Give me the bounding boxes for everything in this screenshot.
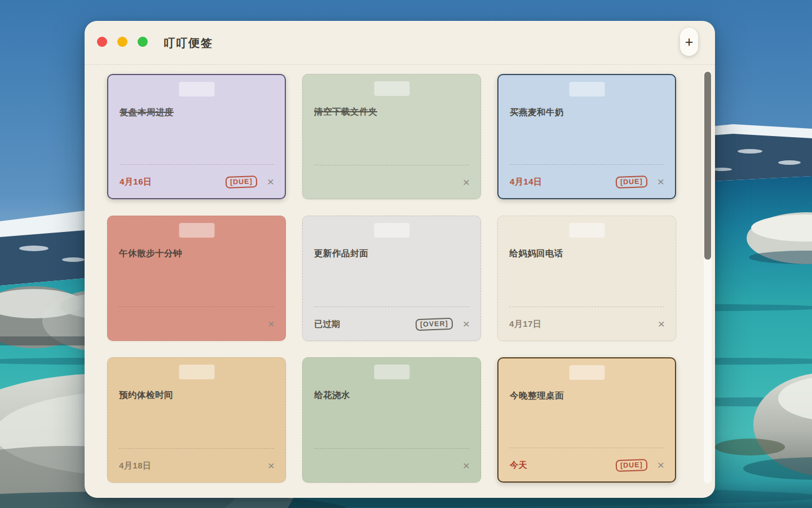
note-card[interactable]: 给妈妈回电话 4月17日 × [497, 216, 676, 341]
note-close-button[interactable]: × [264, 176, 277, 187]
note-title: 今晚整理桌面 [510, 390, 664, 402]
note-badge: [DUE] [616, 176, 647, 189]
note-title: 买燕麦和牛奶 [510, 107, 664, 119]
tape-decoration [374, 81, 409, 96]
note-date: 4月18日 [119, 461, 152, 471]
note-title: 给妈妈回电话 [509, 248, 664, 260]
note-footer: 4月16日 [DUE] × [120, 173, 277, 190]
note-card[interactable]: 买燕麦和牛奶 4月14日 [DUE] × [497, 74, 676, 199]
scrollbar-track[interactable] [704, 71, 712, 483]
minimize-button[interactable] [117, 37, 127, 47]
note-divider [119, 448, 274, 449]
note-divider [120, 164, 273, 165]
note-card[interactable]: 给花浇水 × [302, 357, 481, 483]
note-title: 午休散步十分钟 [119, 248, 274, 260]
note-date: 4月14日 [510, 177, 542, 187]
note-close-button[interactable]: × [265, 318, 277, 330]
zoom-button[interactable] [138, 37, 148, 47]
note-close-button[interactable]: × [265, 460, 277, 471]
tape-decoration [179, 82, 214, 97]
note-card[interactable]: 更新作品封面 已过期 [OVER] × [302, 216, 481, 341]
note-title: 清空下载文件夹 [314, 106, 469, 118]
note-divider [119, 306, 274, 307]
note-close-button[interactable]: × [460, 318, 473, 330]
scrollbar-thumb[interactable] [704, 72, 711, 260]
note-title: 更新作品封面 [314, 248, 469, 260]
note-close-button[interactable]: × [460, 460, 473, 471]
close-button[interactable] [97, 37, 107, 47]
note-footer: 今天 [DUE] × [510, 457, 667, 474]
note-close-button[interactable]: × [655, 318, 668, 330]
tape-decoration [569, 365, 604, 380]
note-close-button[interactable]: × [655, 459, 667, 471]
window-title: 叮叮便签 [164, 21, 213, 65]
note-badge: [OVER] [416, 317, 453, 330]
tape-decoration [569, 82, 604, 97]
note-footer: 4月14日 [DUE] × [510, 173, 667, 190]
note-footer: 已过期 [OVER] × [314, 316, 473, 332]
note-card[interactable]: 午休散步十分钟 × [107, 216, 286, 341]
note-card[interactable]: 预约体检时间 4月18日 × [107, 357, 286, 483]
note-footer: × [314, 174, 473, 191]
note-divider [314, 448, 469, 449]
note-footer: × [314, 457, 473, 474]
tape-decoration [374, 223, 409, 238]
note-footer: 4月17日 × [509, 316, 668, 332]
titlebar: 叮叮便签 + [85, 21, 715, 65]
traffic-lights [97, 37, 148, 47]
note-close-button[interactable]: × [460, 177, 473, 188]
note-title: 给花浇水 [314, 389, 469, 401]
tape-decoration [179, 223, 214, 238]
note-divider [314, 306, 469, 307]
note-card[interactable]: 今晚整理桌面 今天 [DUE] × [497, 357, 676, 483]
note-title: 预约体检时间 [119, 389, 274, 401]
note-badge: [DUE] [226, 176, 257, 189]
notes-grid: 复盘本周进度 4月16日 [DUE] × 清空下载文件夹 × 买燕麦和牛奶 4月… [107, 74, 675, 483]
tape-decoration [374, 365, 409, 379]
note-card[interactable]: 清空下载文件夹 × [302, 74, 481, 199]
note-date: 4月17日 [509, 319, 542, 330]
add-note-button[interactable]: + [680, 28, 698, 56]
note-date: 今天 [510, 460, 527, 471]
note-card[interactable]: 复盘本周进度 4月16日 [DUE] × [107, 74, 286, 199]
note-divider [510, 448, 664, 448]
tape-decoration [179, 365, 214, 379]
note-footer: 4月18日 × [119, 457, 277, 474]
note-divider [314, 165, 469, 165]
tape-decoration [569, 223, 604, 238]
note-divider [510, 164, 664, 165]
note-title: 复盘本周进度 [120, 107, 273, 119]
note-close-button[interactable]: × [655, 176, 667, 187]
note-date: 4月16日 [120, 177, 152, 187]
note-date: 已过期 [314, 319, 341, 330]
note-footer: × [119, 316, 277, 332]
note-divider [509, 306, 664, 307]
note-badge: [DUE] [616, 459, 647, 472]
app-window: 叮叮便签 + 复盘本周进度 4月16日 [DUE] × 清空下载文件夹 × 买燕… [85, 21, 715, 498]
